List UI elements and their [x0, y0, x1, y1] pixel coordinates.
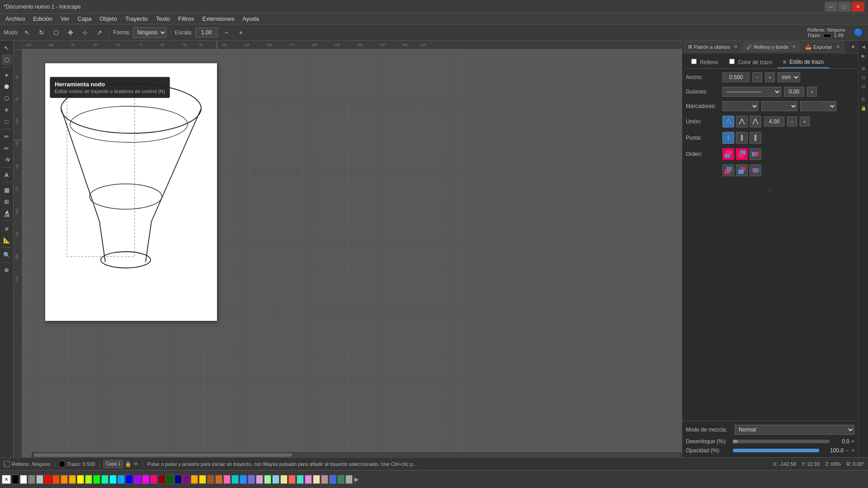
edge-btn-3[interactable]: ⊞ [859, 64, 868, 72]
orden-btn-6[interactable] [750, 164, 761, 176]
tab-patron-objetos[interactable]: ⊞ Patrón a objetos ✕ [684, 42, 742, 52]
punta-square[interactable] [750, 132, 761, 144]
edge-btn-6[interactable]: ☰ [859, 95, 868, 103]
swatch-pale-green[interactable] [264, 475, 271, 484]
palette-scroll-arrow[interactable]: ▶ [354, 475, 359, 483]
orden-btn-1[interactable] [722, 148, 734, 160]
tool-shape2[interactable]: ⬟ [1, 81, 12, 92]
tool-shape1[interactable]: ● [1, 69, 12, 80]
swatch-dark-blue[interactable] [175, 475, 182, 484]
union-plus[interactable]: + [800, 117, 810, 127]
drawing-area[interactable] [45, 63, 217, 321]
tab-exportar[interactable]: 📤 Exportar ✕ [801, 42, 844, 52]
orden-btn-3[interactable] [750, 148, 761, 160]
canvas-viewport[interactable]: Herramienta nodo Editar nodos de trayect… [23, 50, 682, 457]
union-bevel[interactable] [750, 116, 761, 127]
swatch-brown[interactable] [207, 475, 214, 484]
swatch-rose[interactable] [150, 475, 157, 484]
swatch-teal[interactable] [231, 475, 239, 484]
relleno-swatch[interactable]: × [4, 461, 10, 467]
tool-shape5[interactable]: □ [1, 116, 12, 127]
tool-measure[interactable]: 📐 [1, 235, 12, 245]
mode-btn-3[interactable]: ⬡ [50, 27, 62, 38]
menu-objeto[interactable]: Objeto [96, 14, 121, 23]
mode-btn-5[interactable]: ⊹ [79, 27, 91, 38]
capa-btn[interactable]: Capa 1 [104, 460, 123, 468]
scale-input[interactable] [195, 28, 218, 38]
visibility-btn[interactable]: 👁 [133, 461, 139, 467]
desenfoque-bar[interactable] [733, 440, 830, 443]
tool-pen[interactable]: ✏ [1, 131, 12, 142]
edge-btn-7[interactable]: 🔒 [859, 104, 868, 112]
swatch-white[interactable] [20, 475, 27, 484]
swatch-magenta[interactable] [142, 475, 149, 484]
hscroll-thumb[interactable] [33, 453, 292, 457]
opacidad-minus[interactable]: + [851, 447, 854, 454]
horizontal-scrollbar[interactable] [32, 452, 682, 457]
menu-trayecto[interactable]: Trayecto [122, 14, 151, 23]
menu-ver[interactable]: Ver [57, 14, 73, 23]
tab-relleno[interactable]: Relleno [686, 57, 724, 68]
menu-texto[interactable]: Texto [152, 14, 174, 23]
swatch-dark-green[interactable] [166, 475, 174, 484]
ancho-plus[interactable]: + [765, 72, 775, 82]
no-color-swatch[interactable]: ✕ [2, 475, 11, 484]
ancho-minus[interactable]: − [752, 72, 762, 82]
swatch-dodger[interactable] [240, 475, 247, 484]
swatch-pink[interactable] [223, 475, 231, 484]
mode-btn-4[interactable]: ✥ [65, 27, 76, 38]
patron-close[interactable]: ✕ [734, 44, 738, 50]
tool-connector[interactable]: ⌀ [1, 223, 12, 234]
tool-select[interactable]: ↖ [1, 42, 12, 53]
edge-btn-4[interactable]: ⊡ [859, 73, 868, 81]
edge-btn-1[interactable]: ◀ [859, 42, 868, 51]
union-miter[interactable] [722, 116, 734, 127]
ancho-input[interactable] [722, 72, 750, 82]
orden-btn-2[interactable] [736, 148, 748, 160]
swatch-yellow[interactable] [77, 475, 84, 484]
mode-btn-6[interactable]: ↗ [94, 27, 105, 38]
swatch-slate[interactable] [248, 475, 255, 484]
swatch-seagreen[interactable] [337, 475, 344, 484]
orden-btn-4[interactable] [722, 164, 734, 176]
marcadores-end[interactable] [800, 101, 836, 111]
swatch-blue[interactable] [126, 475, 133, 484]
blend-mode-select[interactable]: Normal [735, 425, 854, 435]
shape-select[interactable]: Ninguno [133, 27, 167, 38]
swatch-green[interactable] [93, 475, 100, 484]
swatch-violet[interactable] [134, 475, 141, 484]
scale-plus[interactable]: + [235, 27, 247, 38]
tool-node[interactable]: ⬡ [1, 54, 12, 65]
minimize-button[interactable]: ─ [825, 2, 837, 12]
swatch-rosy[interactable] [321, 475, 328, 484]
swatch-royal[interactable] [329, 475, 336, 484]
menu-archivo[interactable]: Archivo [2, 14, 28, 23]
swatch-dark-red[interactable] [158, 475, 165, 484]
punta-butt[interactable] [722, 132, 734, 144]
tool-extra[interactable]: ⊕ [1, 264, 12, 275]
guiones-plus[interactable]: + [807, 87, 817, 97]
menu-capa[interactable]: Capa [74, 14, 95, 23]
mode-btn-1[interactable]: ↖ [21, 27, 33, 38]
swatch-purple[interactable] [183, 475, 190, 484]
menu-extensiones[interactable]: Extensiones [198, 14, 238, 23]
tool-zoom[interactable]: 🔍 [1, 249, 12, 260]
swatch-red[interactable] [44, 475, 52, 484]
opacidad-plus[interactable]: − [845, 447, 849, 454]
tool-gradient[interactable]: ▦ [1, 184, 12, 195]
dialog-btn[interactable]: 🔵 [853, 27, 864, 38]
opacidad-bar[interactable] [733, 449, 819, 452]
orden-btn-5[interactable] [736, 164, 748, 176]
close-button[interactable]: ✕ [852, 2, 864, 12]
swatch-yellow-green[interactable] [85, 475, 92, 484]
three-dots-menu[interactable]: ··· [765, 186, 776, 198]
swatch-orange-red[interactable] [52, 475, 60, 484]
swatch-azure[interactable] [118, 475, 125, 484]
exportar-close[interactable]: ✕ [836, 44, 840, 50]
relleno-checkbox[interactable] [691, 59, 697, 64]
swatch-orange2[interactable] [191, 475, 198, 484]
swatch-khaki[interactable] [280, 475, 288, 484]
tab-estilo-trazo[interactable]: ≡ Estilo de trazo [778, 57, 829, 68]
swatch-silver[interactable] [36, 475, 43, 484]
tool-mesh[interactable]: ⊞ [1, 196, 12, 207]
